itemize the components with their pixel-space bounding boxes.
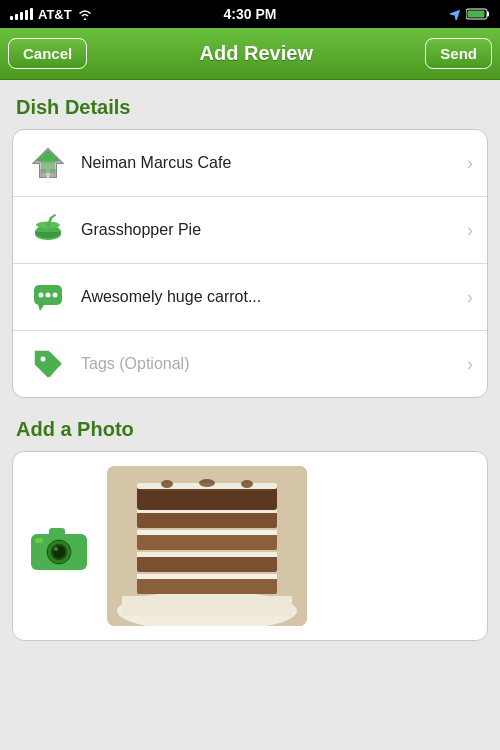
photo-card [12, 451, 488, 641]
svg-point-26 [54, 547, 58, 551]
review-chevron: › [467, 287, 473, 308]
house-icon [27, 142, 69, 184]
chat-icon [27, 276, 69, 318]
svg-marker-9 [36, 150, 60, 161]
dish-chevron: › [467, 220, 473, 241]
svg-marker-17 [38, 305, 44, 311]
svg-point-47 [241, 480, 253, 488]
restaurant-label: Neiman Marcus Cafe [81, 154, 467, 172]
dish-details-section-title: Dish Details [12, 96, 488, 119]
svg-point-20 [53, 293, 58, 298]
camera-button[interactable] [27, 520, 91, 572]
main-content: Dish Details Neiman Marcus Cafe [0, 80, 500, 657]
svg-rect-2 [487, 12, 489, 17]
wifi-icon [77, 8, 93, 20]
status-left: AT&T [10, 7, 93, 22]
bowl-icon [27, 209, 69, 251]
tags-chevron: › [467, 354, 473, 375]
status-time: 4:30 PM [224, 6, 277, 22]
cancel-button[interactable]: Cancel [8, 38, 87, 69]
restaurant-chevron: › [467, 153, 473, 174]
add-photo-section-title: Add a Photo [12, 418, 488, 441]
svg-marker-0 [450, 8, 462, 20]
svg-rect-31 [122, 596, 292, 616]
location-icon [450, 8, 462, 20]
nav-title: Add Review [200, 42, 313, 65]
nav-bar: Cancel Add Review Send [0, 28, 500, 80]
svg-rect-43 [139, 492, 275, 494]
svg-point-45 [161, 480, 173, 488]
review-row[interactable]: Awesomely huge carrot... › [13, 264, 487, 331]
svg-rect-10 [41, 161, 55, 173]
restaurant-row[interactable]: Neiman Marcus Cafe › [13, 130, 487, 197]
status-bar: AT&T 4:30 PM [0, 0, 500, 28]
send-button[interactable]: Send [425, 38, 492, 69]
svg-rect-28 [35, 538, 43, 543]
review-label: Awesomely huge carrot... [81, 288, 467, 306]
tags-label: Tags (Optional) [81, 355, 467, 373]
svg-rect-27 [49, 528, 65, 538]
tags-row[interactable]: Tags (Optional) › [13, 331, 487, 397]
battery-icon [466, 8, 490, 20]
svg-rect-35 [137, 552, 277, 557]
carrier-label: AT&T [38, 7, 72, 22]
dish-row[interactable]: Grasshopper Pie › [13, 197, 487, 264]
dish-details-card: Neiman Marcus Cafe › Grasshopper Pie › [12, 129, 488, 398]
svg-rect-33 [137, 574, 277, 579]
status-right [450, 8, 490, 20]
svg-rect-37 [137, 530, 277, 535]
svg-line-15 [51, 215, 55, 218]
svg-point-18 [39, 293, 44, 298]
signal-bars-icon [10, 8, 33, 20]
cake-photo [107, 466, 307, 626]
svg-point-19 [46, 293, 51, 298]
svg-point-21 [41, 357, 46, 362]
svg-point-46 [199, 479, 215, 487]
dish-label: Grasshopper Pie [81, 221, 467, 239]
tag-icon [27, 343, 69, 385]
svg-rect-3 [468, 11, 485, 18]
svg-rect-42 [142, 489, 272, 491]
